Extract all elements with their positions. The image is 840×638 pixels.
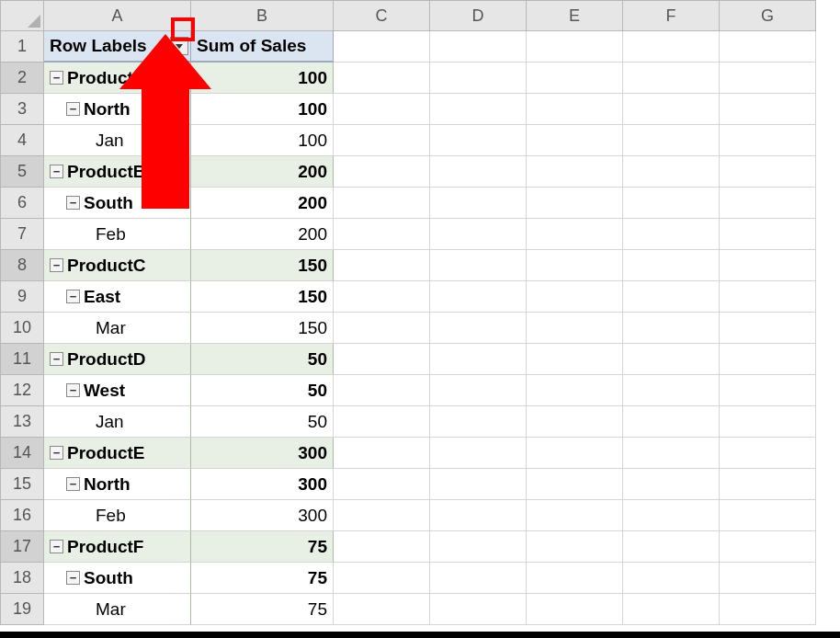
cell-B17[interactable]: 75: [191, 531, 334, 563]
row-header-4[interactable]: 4: [0, 125, 44, 156]
cell-E15[interactable]: [527, 469, 623, 500]
row-header-2[interactable]: 2: [0, 63, 44, 94]
cell-G10[interactable]: [720, 313, 816, 344]
cell-F4[interactable]: [623, 125, 720, 156]
cell-F9[interactable]: [623, 281, 720, 313]
row-header-17[interactable]: 17: [0, 531, 44, 563]
cell-B12[interactable]: 50: [191, 375, 334, 406]
cell-C19[interactable]: [334, 594, 430, 625]
collapse-icon[interactable]: −: [66, 477, 80, 491]
row-header-15[interactable]: 15: [0, 469, 44, 500]
cell-A19[interactable]: Mar: [44, 594, 191, 625]
cell-F19[interactable]: [623, 594, 720, 625]
cell-A8[interactable]: −ProductC: [44, 250, 191, 281]
cell-B15[interactable]: 300: [191, 469, 334, 500]
cell-D9[interactable]: [430, 281, 527, 313]
cell-G4[interactable]: [720, 125, 816, 156]
column-header-D[interactable]: D: [430, 0, 527, 31]
row-header-19[interactable]: 19: [0, 594, 44, 625]
cell-F14[interactable]: [623, 438, 720, 469]
column-header-F[interactable]: F: [623, 0, 720, 31]
cell-F5[interactable]: [623, 156, 720, 188]
cell-F2[interactable]: [623, 63, 720, 94]
cell-G3[interactable]: [720, 94, 816, 125]
cell-C15[interactable]: [334, 469, 430, 500]
cell-C2[interactable]: [334, 63, 430, 94]
cell-C13[interactable]: [334, 406, 430, 438]
cell-G18[interactable]: [720, 563, 816, 594]
cell-E2[interactable]: [527, 63, 623, 94]
row-header-12[interactable]: 12: [0, 375, 44, 406]
pivot-sumsales-header[interactable]: Sum of Sales: [191, 31, 334, 63]
cell-A9[interactable]: −East: [44, 281, 191, 313]
cell-D1[interactable]: [430, 31, 527, 63]
cell-G12[interactable]: [720, 375, 816, 406]
cell-A13[interactable]: Jan: [44, 406, 191, 438]
cell-F16[interactable]: [623, 500, 720, 531]
cell-E1[interactable]: [527, 31, 623, 63]
cell-D4[interactable]: [430, 125, 527, 156]
cell-E17[interactable]: [527, 531, 623, 563]
cell-C14[interactable]: [334, 438, 430, 469]
row-header-7[interactable]: 7: [0, 219, 44, 250]
cell-D2[interactable]: [430, 63, 527, 94]
cell-E8[interactable]: [527, 250, 623, 281]
cell-D13[interactable]: [430, 406, 527, 438]
cell-F12[interactable]: [623, 375, 720, 406]
collapse-icon[interactable]: −: [66, 196, 80, 210]
cell-B2[interactable]: 100: [191, 63, 334, 94]
collapse-icon[interactable]: −: [50, 165, 63, 178]
cell-F17[interactable]: [623, 531, 720, 563]
pivot-rowlabels-header[interactable]: Row Labels: [44, 31, 191, 63]
cell-E6[interactable]: [527, 188, 623, 219]
collapse-icon[interactable]: −: [66, 102, 80, 116]
cell-B4[interactable]: 100: [191, 125, 334, 156]
cell-F15[interactable]: [623, 469, 720, 500]
cell-E9[interactable]: [527, 281, 623, 313]
collapse-icon[interactable]: −: [66, 571, 80, 585]
cell-G16[interactable]: [720, 500, 816, 531]
row-header-8[interactable]: 8: [0, 250, 44, 281]
cell-A10[interactable]: Mar: [44, 313, 191, 344]
cell-A5[interactable]: −ProductB: [44, 156, 191, 188]
cell-G17[interactable]: [720, 531, 816, 563]
cell-C9[interactable]: [334, 281, 430, 313]
cell-F3[interactable]: [623, 94, 720, 125]
cell-D7[interactable]: [430, 219, 527, 250]
column-header-G[interactable]: G: [720, 0, 816, 31]
cell-C18[interactable]: [334, 563, 430, 594]
cell-D15[interactable]: [430, 469, 527, 500]
cell-A14[interactable]: −ProductE: [44, 438, 191, 469]
cell-D19[interactable]: [430, 594, 527, 625]
cell-D3[interactable]: [430, 94, 527, 125]
cell-B5[interactable]: 200: [191, 156, 334, 188]
cell-B11[interactable]: 50: [191, 344, 334, 375]
cell-G13[interactable]: [720, 406, 816, 438]
row-header-9[interactable]: 9: [0, 281, 44, 313]
cell-B14[interactable]: 300: [191, 438, 334, 469]
cell-C6[interactable]: [334, 188, 430, 219]
row-header-13[interactable]: 13: [0, 406, 44, 438]
cell-E19[interactable]: [527, 594, 623, 625]
cell-F1[interactable]: [623, 31, 720, 63]
cell-E7[interactable]: [527, 219, 623, 250]
cell-G15[interactable]: [720, 469, 816, 500]
cell-C8[interactable]: [334, 250, 430, 281]
column-header-C[interactable]: C: [334, 0, 430, 31]
cell-F10[interactable]: [623, 313, 720, 344]
cell-G7[interactable]: [720, 219, 816, 250]
row-header-1[interactable]: 1: [0, 31, 44, 63]
cell-D5[interactable]: [430, 156, 527, 188]
cell-F8[interactable]: [623, 250, 720, 281]
cell-A16[interactable]: Feb: [44, 500, 191, 531]
row-header-18[interactable]: 18: [0, 563, 44, 594]
cell-E3[interactable]: [527, 94, 623, 125]
cell-F13[interactable]: [623, 406, 720, 438]
column-header-B[interactable]: B: [191, 0, 334, 31]
cell-E5[interactable]: [527, 156, 623, 188]
select-all-corner[interactable]: [0, 0, 44, 31]
cell-F11[interactable]: [623, 344, 720, 375]
cell-B19[interactable]: 75: [191, 594, 334, 625]
cell-G19[interactable]: [720, 594, 816, 625]
cell-C7[interactable]: [334, 219, 430, 250]
